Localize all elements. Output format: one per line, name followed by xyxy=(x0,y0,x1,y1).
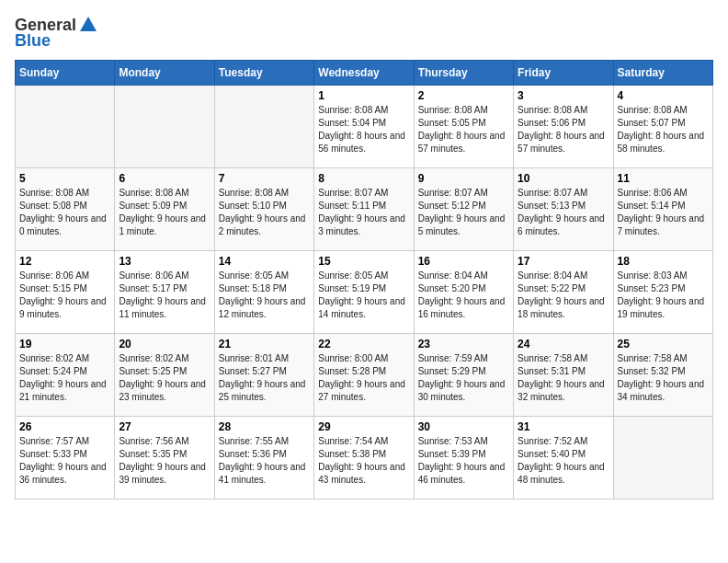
day-number: 22 xyxy=(318,338,409,350)
day-number: 10 xyxy=(518,172,609,185)
day-number: 4 xyxy=(618,89,709,102)
calendar-cell: 10Sunrise: 8:07 AMSunset: 5:13 PMDayligh… xyxy=(514,168,613,251)
day-number: 29 xyxy=(318,420,409,433)
calendar-cell xyxy=(214,86,313,168)
calendar-week-row: 1Sunrise: 8:08 AMSunset: 5:04 PMDaylight… xyxy=(16,86,713,168)
day-info: Sunrise: 8:04 AMSunset: 5:22 PMDaylight:… xyxy=(518,270,609,321)
weekday-header-saturday: Saturday xyxy=(613,61,712,86)
day-info: Sunrise: 8:06 AMSunset: 5:17 PMDaylight:… xyxy=(119,270,210,321)
day-number: 28 xyxy=(219,420,310,433)
day-info: Sunrise: 7:56 AMSunset: 5:35 PMDaylight:… xyxy=(119,435,210,487)
day-info: Sunrise: 8:08 AMSunset: 5:04 PMDaylight:… xyxy=(318,104,409,155)
day-number: 24 xyxy=(518,338,609,350)
calendar-body: 1Sunrise: 8:08 AMSunset: 5:04 PMDaylight… xyxy=(16,86,713,500)
calendar-week-row: 19Sunrise: 8:02 AMSunset: 5:24 PMDayligh… xyxy=(16,334,713,417)
calendar-cell: 7Sunrise: 8:08 AMSunset: 5:10 PMDaylight… xyxy=(214,168,313,251)
day-info: Sunrise: 8:02 AMSunset: 5:25 PMDaylight:… xyxy=(119,352,210,404)
day-info: Sunrise: 8:07 AMSunset: 5:12 PMDaylight:… xyxy=(418,187,509,238)
weekday-header-thursday: Thursday xyxy=(414,61,513,86)
calendar-cell: 16Sunrise: 8:04 AMSunset: 5:20 PMDayligh… xyxy=(414,251,513,334)
day-number: 3 xyxy=(518,89,609,102)
day-number: 26 xyxy=(19,420,110,433)
calendar-cell: 3Sunrise: 8:08 AMSunset: 5:06 PMDaylight… xyxy=(514,86,613,168)
calendar-cell: 17Sunrise: 8:04 AMSunset: 5:22 PMDayligh… xyxy=(514,251,613,334)
day-number: 2 xyxy=(418,89,509,102)
day-info: Sunrise: 7:55 AMSunset: 5:36 PMDaylight:… xyxy=(219,435,310,487)
day-info: Sunrise: 8:08 AMSunset: 5:09 PMDaylight:… xyxy=(119,187,210,238)
day-number: 14 xyxy=(219,255,310,268)
day-info: Sunrise: 7:52 AMSunset: 5:40 PMDaylight:… xyxy=(518,435,609,487)
calendar-cell: 31Sunrise: 7:52 AMSunset: 5:40 PMDayligh… xyxy=(514,417,613,500)
calendar-cell: 11Sunrise: 8:06 AMSunset: 5:14 PMDayligh… xyxy=(613,168,712,251)
day-info: Sunrise: 8:03 AMSunset: 5:23 PMDaylight:… xyxy=(618,270,709,321)
day-info: Sunrise: 8:05 AMSunset: 5:19 PMDaylight:… xyxy=(318,270,409,321)
calendar-cell: 24Sunrise: 7:58 AMSunset: 5:31 PMDayligh… xyxy=(514,334,613,417)
calendar-cell: 5Sunrise: 8:08 AMSunset: 5:08 PMDaylight… xyxy=(16,168,115,251)
weekday-header-friday: Friday xyxy=(514,61,613,86)
calendar-cell xyxy=(115,86,214,168)
logo: General Blue xyxy=(15,15,98,51)
calendar-cell: 22Sunrise: 8:00 AMSunset: 5:28 PMDayligh… xyxy=(314,334,414,417)
day-info: Sunrise: 8:08 AMSunset: 5:07 PMDaylight:… xyxy=(618,104,709,155)
day-number: 8 xyxy=(318,172,409,185)
calendar-cell: 1Sunrise: 8:08 AMSunset: 5:04 PMDaylight… xyxy=(314,86,414,168)
calendar-cell: 20Sunrise: 8:02 AMSunset: 5:25 PMDayligh… xyxy=(115,334,214,417)
calendar-cell: 19Sunrise: 8:02 AMSunset: 5:24 PMDayligh… xyxy=(16,334,115,417)
calendar-cell: 27Sunrise: 7:56 AMSunset: 5:35 PMDayligh… xyxy=(115,417,214,500)
calendar-cell: 18Sunrise: 8:03 AMSunset: 5:23 PMDayligh… xyxy=(613,251,712,334)
day-info: Sunrise: 7:53 AMSunset: 5:39 PMDaylight:… xyxy=(418,435,509,487)
calendar-cell: 21Sunrise: 8:01 AMSunset: 5:27 PMDayligh… xyxy=(214,334,313,417)
calendar-cell: 26Sunrise: 7:57 AMSunset: 5:33 PMDayligh… xyxy=(16,417,115,500)
day-info: Sunrise: 8:01 AMSunset: 5:27 PMDaylight:… xyxy=(219,352,310,404)
day-number: 13 xyxy=(119,255,210,268)
svg-marker-0 xyxy=(80,17,97,31)
day-info: Sunrise: 8:00 AMSunset: 5:28 PMDaylight:… xyxy=(318,352,409,404)
day-info: Sunrise: 7:57 AMSunset: 5:33 PMDaylight:… xyxy=(19,435,110,487)
calendar-cell: 14Sunrise: 8:05 AMSunset: 5:18 PMDayligh… xyxy=(214,251,313,334)
calendar-cell: 29Sunrise: 7:54 AMSunset: 5:38 PMDayligh… xyxy=(314,417,414,500)
day-number: 30 xyxy=(418,420,509,433)
logo-arrow-icon xyxy=(78,15,98,35)
calendar-week-row: 26Sunrise: 7:57 AMSunset: 5:33 PMDayligh… xyxy=(16,417,713,500)
day-number: 11 xyxy=(618,172,709,185)
day-number: 15 xyxy=(318,255,409,268)
weekday-header-monday: Monday xyxy=(115,61,214,86)
day-info: Sunrise: 7:58 AMSunset: 5:32 PMDaylight:… xyxy=(618,352,709,404)
calendar-cell: 25Sunrise: 7:58 AMSunset: 5:32 PMDayligh… xyxy=(613,334,712,417)
day-info: Sunrise: 8:08 AMSunset: 5:08 PMDaylight:… xyxy=(19,187,110,238)
day-info: Sunrise: 8:07 AMSunset: 5:11 PMDaylight:… xyxy=(318,187,409,238)
calendar-cell: 8Sunrise: 8:07 AMSunset: 5:11 PMDaylight… xyxy=(314,168,414,251)
day-number: 7 xyxy=(219,172,310,185)
day-info: Sunrise: 7:59 AMSunset: 5:29 PMDaylight:… xyxy=(418,352,509,404)
calendar-cell xyxy=(16,86,115,168)
day-number: 19 xyxy=(19,338,110,350)
weekday-header-sunday: Sunday xyxy=(16,61,115,86)
calendar-cell: 2Sunrise: 8:08 AMSunset: 5:05 PMDaylight… xyxy=(414,86,513,168)
day-number: 21 xyxy=(219,338,310,350)
calendar-cell: 6Sunrise: 8:08 AMSunset: 5:09 PMDaylight… xyxy=(115,168,214,251)
calendar-table: SundayMondayTuesdayWednesdayThursdayFrid… xyxy=(15,60,713,500)
day-info: Sunrise: 8:04 AMSunset: 5:20 PMDaylight:… xyxy=(418,270,509,321)
weekday-header-wednesday: Wednesday xyxy=(314,61,414,86)
calendar-cell: 12Sunrise: 8:06 AMSunset: 5:15 PMDayligh… xyxy=(16,251,115,334)
day-info: Sunrise: 8:02 AMSunset: 5:24 PMDaylight:… xyxy=(19,352,110,404)
day-info: Sunrise: 8:08 AMSunset: 5:05 PMDaylight:… xyxy=(418,104,509,155)
day-number: 20 xyxy=(119,338,210,350)
day-number: 25 xyxy=(618,338,709,350)
day-info: Sunrise: 8:06 AMSunset: 5:14 PMDaylight:… xyxy=(618,187,709,238)
calendar-cell: 30Sunrise: 7:53 AMSunset: 5:39 PMDayligh… xyxy=(414,417,513,500)
calendar-cell: 4Sunrise: 8:08 AMSunset: 5:07 PMDaylight… xyxy=(613,86,712,168)
day-number: 18 xyxy=(618,255,709,268)
day-info: Sunrise: 7:54 AMSunset: 5:38 PMDaylight:… xyxy=(318,435,409,487)
day-number: 27 xyxy=(119,420,210,433)
day-number: 1 xyxy=(318,89,409,102)
day-number: 17 xyxy=(518,255,609,268)
day-number: 6 xyxy=(119,172,210,185)
day-number: 5 xyxy=(19,172,110,185)
calendar-cell: 28Sunrise: 7:55 AMSunset: 5:36 PMDayligh… xyxy=(214,417,313,500)
day-info: Sunrise: 8:08 AMSunset: 5:06 PMDaylight:… xyxy=(518,104,609,155)
calendar-cell: 15Sunrise: 8:05 AMSunset: 5:19 PMDayligh… xyxy=(314,251,414,334)
day-number: 16 xyxy=(418,255,509,268)
calendar-cell: 13Sunrise: 8:06 AMSunset: 5:17 PMDayligh… xyxy=(115,251,214,334)
day-info: Sunrise: 7:58 AMSunset: 5:31 PMDaylight:… xyxy=(518,352,609,404)
